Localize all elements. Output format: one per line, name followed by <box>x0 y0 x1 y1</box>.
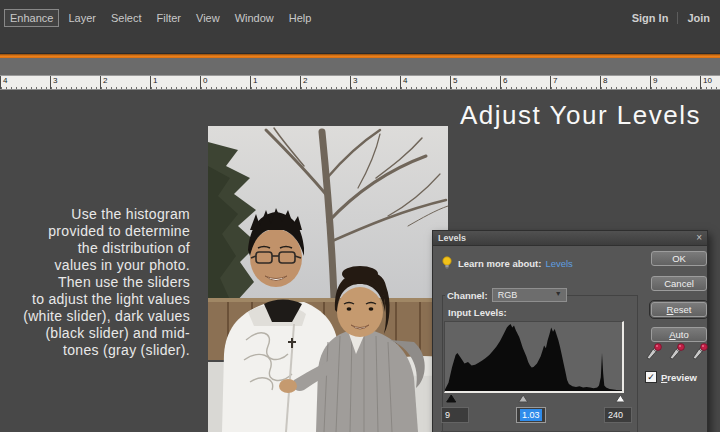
shadow-slider[interactable] <box>447 395 456 402</box>
preview-option: ✓ Preview <box>645 371 697 383</box>
ruler-division: 2 <box>100 76 150 90</box>
ruler-division: 4 <box>400 76 450 90</box>
histogram <box>445 322 622 391</box>
menu-item-filter[interactable]: Filter <box>151 9 187 27</box>
cancel-button[interactable]: Cancel <box>651 276 707 291</box>
ruler-division: 3 <box>50 76 100 90</box>
ruler-division: 2 <box>300 76 350 90</box>
learn-more-label: Learn more about: <box>458 258 541 269</box>
levels-dialog: Levels × Learn more about: Levels OK Can… <box>432 230 708 432</box>
link-divider <box>677 12 678 24</box>
channel-row: Channel: RGB ▼ <box>445 287 567 303</box>
highlight-eyedropper-icon[interactable] <box>691 343 709 361</box>
application-window: EnhanceLayerSelectFilterViewWindowHelp S… <box>0 0 720 432</box>
ruler-division: 1 <box>150 76 200 90</box>
menu-item-help[interactable]: Help <box>283 9 318 27</box>
reset-rest: eset <box>673 304 691 315</box>
preview-checkbox[interactable]: ✓ <box>645 371 657 383</box>
channel-dropdown[interactable]: RGB ▼ <box>492 288 567 302</box>
ruler-division: 7 <box>550 76 600 90</box>
input-highlight-field[interactable]: 240 <box>604 407 632 423</box>
histogram-panel <box>444 321 624 393</box>
channel-label: Channel: <box>445 290 492 301</box>
ruler-division: 3 <box>350 76 400 90</box>
preview-label: Preview <box>661 372 697 383</box>
dialog-title: Levels <box>438 233 466 243</box>
chevron-down-icon: ▼ <box>555 290 562 297</box>
selected-text: 1.03 <box>520 409 542 421</box>
ok-button[interactable]: OK <box>651 251 707 266</box>
midtone-slider[interactable] <box>519 395 528 402</box>
toolbar-strip <box>0 58 720 75</box>
input-midtone-field[interactable]: 1.03 <box>516 407 546 423</box>
menu-item-enhance[interactable]: Enhance <box>4 9 59 27</box>
input-levels-label: Input Levels: <box>448 307 507 318</box>
ruler-division: 10 <box>700 76 720 90</box>
input-sliders[interactable] <box>444 394 624 403</box>
midtone-eyedropper-icon[interactable] <box>668 343 686 361</box>
join-link[interactable]: Join <box>687 12 710 24</box>
ruler-division: 4 <box>0 76 50 90</box>
menu-items: EnhanceLayerSelectFilterViewWindowHelp <box>4 9 320 27</box>
lightbulb-icon <box>441 256 453 270</box>
input-shadow-field[interactable]: 9 <box>441 407 469 423</box>
learn-more-link[interactable]: Levels <box>545 258 572 269</box>
dialog-titlebar[interactable]: Levels × <box>433 231 707 246</box>
menu-item-layer[interactable]: Layer <box>62 9 102 27</box>
horizontal-ruler: 4321012345678910 <box>0 75 720 90</box>
highlight-slider[interactable] <box>616 395 624 402</box>
photo-girl-hand <box>279 379 297 393</box>
menu-item-window[interactable]: Window <box>229 9 280 27</box>
ruler-division: 9 <box>650 76 700 90</box>
photo <box>208 126 448 432</box>
menu-item-select[interactable]: Select <box>105 9 148 27</box>
sign-in-link[interactable]: Sign In <box>632 12 669 24</box>
ruler-division: 6 <box>500 76 550 90</box>
account-links: Sign In Join <box>632 12 710 24</box>
page-title: Adjust Your Levels <box>460 100 710 131</box>
channel-value: RGB <box>498 290 518 300</box>
auto-rest: uto <box>676 329 689 340</box>
shadow-eyedropper-icon[interactable] <box>645 343 663 361</box>
tutorial-text: Use the histogram provided to determine … <box>0 206 190 359</box>
ruler-division: 8 <box>600 76 650 90</box>
learn-more-row: Learn more about: Levels <box>441 256 573 270</box>
ruler-division: 0 <box>200 76 250 90</box>
close-icon[interactable]: × <box>696 232 702 243</box>
ruler-division: 5 <box>450 76 500 90</box>
canvas-area: Use the histogram provided to determine … <box>0 90 720 432</box>
eyedropper-tools <box>645 343 709 361</box>
menu-bar: EnhanceLayerSelectFilterViewWindowHelp S… <box>0 0 720 54</box>
menu-item-view[interactable]: View <box>190 9 226 27</box>
ruler-division: 1 <box>250 76 300 90</box>
preview-rest: review <box>667 372 697 383</box>
reset-button[interactable]: Reset <box>651 302 707 317</box>
auto-button[interactable]: Auto <box>651 327 707 342</box>
